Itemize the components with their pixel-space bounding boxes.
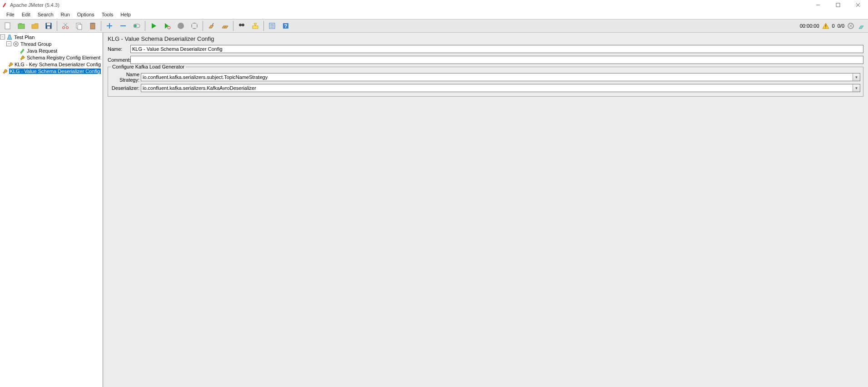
templates-button[interactable] bbox=[15, 20, 28, 32]
minimize-button[interactable] bbox=[810, 0, 826, 10]
paste-button[interactable] bbox=[86, 20, 99, 32]
cut-button[interactable] bbox=[59, 20, 72, 32]
svg-rect-5 bbox=[18, 24, 25, 29]
tree-item-schema-registry[interactable]: Schema Registry Config Element bbox=[0, 54, 103, 61]
svg-point-23 bbox=[168, 26, 170, 29]
svg-rect-1 bbox=[836, 3, 840, 7]
save-button[interactable] bbox=[42, 20, 55, 32]
gc-button[interactable] bbox=[857, 22, 864, 29]
search-tree-button[interactable] bbox=[235, 20, 248, 32]
editor-panel: KLG - Value Schema Deserializer Config N… bbox=[103, 33, 868, 387]
warning-icon[interactable]: ! bbox=[822, 22, 829, 29]
new-button[interactable] bbox=[1, 20, 14, 32]
shutdown-button[interactable] bbox=[188, 20, 201, 32]
svg-point-41 bbox=[15, 43, 17, 45]
svg-point-10 bbox=[63, 27, 65, 29]
svg-rect-9 bbox=[47, 26, 50, 29]
svg-line-27 bbox=[212, 23, 213, 25]
maximize-button[interactable] bbox=[830, 0, 846, 10]
expand-button[interactable] bbox=[103, 20, 116, 32]
deserializer-combo[interactable]: io.confluent.kafka.serializers.KafkaAvro… bbox=[141, 84, 860, 92]
flask-icon bbox=[6, 34, 13, 40]
svg-rect-15 bbox=[78, 24, 82, 29]
menu-help[interactable]: Help bbox=[117, 11, 134, 18]
name-strategy-combo[interactable]: io.confluent.kafka.serializers.subject.T… bbox=[141, 73, 860, 81]
close-button[interactable] bbox=[850, 0, 866, 10]
clear-button[interactable] bbox=[205, 20, 218, 32]
warning-count: 0 bbox=[832, 23, 835, 29]
menubar: File Edit Search Run Options Tools Help bbox=[0, 10, 868, 19]
menu-file[interactable]: File bbox=[3, 11, 18, 18]
deserializer-label: Deserializer: bbox=[111, 85, 141, 91]
svg-rect-4 bbox=[5, 23, 10, 29]
gear-icon bbox=[13, 41, 19, 47]
name-label: Name: bbox=[108, 46, 130, 52]
svg-text:!: ! bbox=[825, 24, 826, 29]
comments-label: Comments: bbox=[108, 57, 130, 63]
menu-search[interactable]: Search bbox=[34, 11, 57, 18]
collapse-button[interactable] bbox=[117, 20, 129, 32]
tree-item-java-request[interactable]: Java Request bbox=[0, 47, 103, 54]
svg-rect-6 bbox=[19, 23, 22, 24]
start-button[interactable] bbox=[147, 20, 160, 32]
tree-item-klg-value[interactable]: KLG - Value Schema Deserializer Config bbox=[0, 68, 103, 74]
wrench-icon bbox=[2, 68, 8, 74]
panel-title: KLG - Value Schema Deserializer Config bbox=[108, 35, 863, 42]
svg-rect-17 bbox=[91, 23, 94, 24]
svg-point-11 bbox=[66, 27, 69, 29]
status-elapsed-time: 00:00:00 bbox=[800, 23, 819, 29]
save-before-button[interactable] bbox=[847, 22, 854, 29]
menu-tools[interactable]: Tools bbox=[98, 11, 117, 18]
tree-thread-group[interactable]: − Thread Group bbox=[0, 40, 103, 47]
toggle-log-button[interactable] bbox=[266, 20, 278, 32]
clear-all-button[interactable] bbox=[218, 20, 231, 32]
kafka-fieldset: Configure Kafka Load Generator Name Stra… bbox=[108, 67, 863, 97]
function-helper-button[interactable] bbox=[249, 20, 262, 32]
fieldset-legend: Configure Kafka Load Generator bbox=[111, 64, 186, 69]
svg-text:?: ? bbox=[284, 23, 288, 29]
window-title: Apache JMeter (5.4.3) bbox=[10, 2, 60, 8]
pencil-icon bbox=[19, 48, 25, 54]
tree-toggle-icon[interactable]: − bbox=[6, 41, 11, 46]
svg-rect-26 bbox=[192, 24, 197, 28]
menu-run[interactable]: Run bbox=[57, 11, 74, 18]
wrench-icon bbox=[19, 54, 25, 61]
menu-edit[interactable]: Edit bbox=[18, 11, 34, 18]
chevron-down-icon[interactable]: ▼ bbox=[853, 84, 860, 92]
comments-input[interactable] bbox=[130, 56, 863, 64]
wrench-icon bbox=[8, 61, 13, 68]
titlebar: Apache JMeter (5.4.3) bbox=[0, 0, 868, 10]
deserializer-value: io.confluent.kafka.serializers.KafkaAvro… bbox=[141, 85, 853, 91]
help-button[interactable]: ? bbox=[279, 20, 292, 32]
copy-button[interactable] bbox=[73, 20, 85, 32]
tree-root[interactable]: − Test Plan bbox=[0, 34, 103, 40]
toolbar: ? 00:00:00 ! 0 0/0 bbox=[0, 19, 868, 33]
svg-rect-8 bbox=[47, 23, 50, 25]
menu-options[interactable]: Options bbox=[74, 11, 98, 18]
name-strategy-value: io.confluent.kafka.serializers.subject.T… bbox=[141, 74, 853, 80]
tree-panel[interactable]: − Test Plan − Thread Group Java Request … bbox=[0, 33, 103, 387]
toggle-button[interactable] bbox=[130, 20, 143, 32]
start-no-timers-button[interactable] bbox=[161, 20, 174, 32]
name-strategy-label: Name Strategy: bbox=[111, 72, 141, 83]
svg-point-24 bbox=[178, 23, 184, 29]
app-icon bbox=[2, 2, 7, 8]
tree-item-klg-key[interactable]: KLG - Key Schema Deserializer Config bbox=[0, 61, 103, 68]
tree-toggle-icon[interactable]: − bbox=[0, 34, 5, 39]
name-input[interactable] bbox=[130, 45, 863, 53]
chevron-down-icon[interactable]: ▼ bbox=[853, 73, 860, 81]
stop-button[interactable] bbox=[174, 20, 187, 32]
open-button[interactable] bbox=[29, 20, 41, 32]
thread-count: 0/0 bbox=[838, 23, 844, 29]
svg-point-22 bbox=[134, 24, 137, 27]
